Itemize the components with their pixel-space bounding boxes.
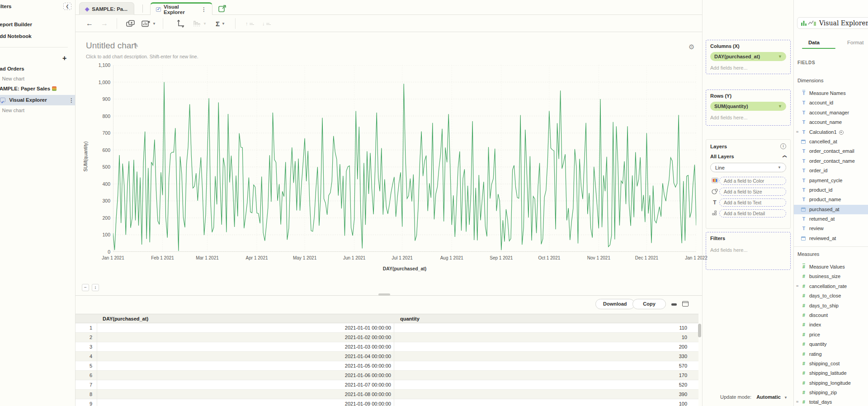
table-row[interactable]: 42021-01-04 00:00:00330 xyxy=(75,352,698,361)
collapse-sidebar-icon[interactable]: ❮ xyxy=(63,3,71,10)
chevron-down-icon[interactable]: ▼ xyxy=(784,396,788,400)
field-item-measure-names[interactable]: TMeasure Names xyxy=(794,89,868,98)
field-item-rating[interactable]: #rating xyxy=(794,349,868,359)
field-item-business-size[interactable]: #business_size xyxy=(794,272,868,281)
table-row[interactable]: 72021-01-07 00:00:00520 xyxy=(75,380,698,390)
back-button[interactable]: ← xyxy=(86,19,93,28)
edit-title-pencil-icon[interactable]: ✎ xyxy=(133,42,139,49)
col-header-quantity[interactable]: quantity xyxy=(400,316,420,321)
field-item-days-to-ship[interactable]: #days_to_ship xyxy=(794,301,868,311)
pan-vertical-icon[interactable]: ↕ xyxy=(92,284,99,291)
update-mode-select[interactable]: Automatic xyxy=(756,394,781,400)
histogram-icon[interactable]: ▼ xyxy=(193,19,207,28)
tab-visual-explorer[interactable]: Visual Explorer ⋮ xyxy=(150,2,212,15)
info-icon[interactable]: i xyxy=(780,143,786,149)
field-item-days-to-close[interactable]: #days_to_close xyxy=(794,291,868,301)
field-item-cancelled-at[interactable]: cancelled_at xyxy=(794,137,868,146)
table-row[interactable]: 82021-01-08 00:00:00390 xyxy=(75,390,698,399)
table-row[interactable]: 92021-01-09 00:00:00100 xyxy=(75,399,698,406)
field-item-shipping-zip[interactable]: #shipping_zip xyxy=(794,388,868,397)
remove-chart-icon[interactable]: ▼ xyxy=(142,19,156,28)
sidebar-item-new-chart-2[interactable]: +New chart xyxy=(0,108,75,113)
sidebar-item-bad-orders[interactable]: Bad Orders xyxy=(0,66,75,71)
field-item-account-manager[interactable]: Taccount_manager xyxy=(794,108,868,118)
download-button[interactable]: Download xyxy=(595,299,635,309)
columns-field-pill[interactable]: DAY(purchased_at) ▼ xyxy=(710,52,786,61)
scrollbar-thumb[interactable] xyxy=(698,324,701,337)
table-row[interactable]: 32021-01-03 00:00:00200 xyxy=(75,342,698,352)
field-item-calculation1[interactable]: =TCalculation1 xyxy=(794,127,868,137)
field-item-product-id[interactable]: Tproduct_id xyxy=(794,185,868,195)
chevron-down-icon[interactable]: ▼ xyxy=(778,54,782,59)
forward-button[interactable]: → xyxy=(101,19,108,28)
chevron-down-icon[interactable]: ▼ xyxy=(778,104,782,109)
table-row[interactable]: 62021-01-06 00:00:00170 xyxy=(75,371,698,380)
field-item-quantity[interactable]: #quantity xyxy=(794,340,868,349)
columns-shelf[interactable]: Columns (X) DAY(purchased_at) ▼ Add fiel… xyxy=(706,40,791,74)
sidebar-item-add-notebook[interactable]: Add Notebook xyxy=(0,33,75,39)
add-field-to-size[interactable]: Add a field to Size xyxy=(719,188,786,196)
field-item-shipping-longitude[interactable]: #shipping_longitude xyxy=(794,378,868,388)
field-item-purchased-at[interactable]: purchased_at xyxy=(794,205,868,214)
field-item-order-contact-name[interactable]: Torder_contact_name xyxy=(794,156,868,166)
field-item-review[interactable]: Treview xyxy=(794,224,868,233)
table-row[interactable]: 22021-01-02 00:00:0010 xyxy=(75,333,698,342)
field-item-shipping-cost[interactable]: #shipping_cost xyxy=(794,359,868,368)
sidebar-item-report-builder[interactable]: Report Builder xyxy=(0,22,75,27)
add-field-to-detail[interactable]: Add a field to Detail xyxy=(719,209,786,217)
sort-ascending-icon[interactable]: ↑ xyxy=(245,19,254,28)
mark-type-select[interactable]: Line ▼ xyxy=(710,163,786,172)
field-item-order-contact-email[interactable]: Torder_contact_email xyxy=(794,146,868,156)
share-chart-icon[interactable] xyxy=(218,4,228,13)
rows-field-pill[interactable]: SUM(quantity) ▼ xyxy=(710,102,786,111)
tab-format[interactable]: Format xyxy=(847,40,863,45)
field-item-index[interactable]: #index xyxy=(794,320,868,330)
table-row[interactable]: 52021-01-05 00:00:00570 xyxy=(75,361,698,371)
col-header-day[interactable]: DAY(purchased_at) xyxy=(103,316,148,321)
chart-title[interactable]: Untitled chart xyxy=(86,41,137,51)
swap-axes-icon[interactable] xyxy=(176,19,184,28)
table-scrollbar[interactable] xyxy=(698,324,701,405)
tab-sample-paper-sales[interactable]: ◈ SAMPLE: Pa... xyxy=(79,2,134,15)
add-field-to-color[interactable]: Add a field to Color xyxy=(719,177,786,185)
field-item-price[interactable]: #price xyxy=(794,330,868,340)
chart-description-placeholder[interactable]: Click to add chart description. Shift-en… xyxy=(86,54,198,59)
sidebar-item-sample-paper-sales[interactable]: SAMPLE: Paper Sales xyxy=(0,86,75,91)
add-field-to-text[interactable]: Add a field to Text xyxy=(719,198,786,207)
all-layers-toggle[interactable]: All Layers ❯ xyxy=(710,154,786,159)
filters-shelf[interactable]: Filters Add fields here... xyxy=(706,232,791,270)
chart-settings-gear-icon[interactable]: ⚙ xyxy=(689,43,694,51)
field-item-product-name[interactable]: Tproduct_name xyxy=(794,195,868,204)
add-fields-placeholder[interactable]: Add fields here... xyxy=(710,65,786,71)
expand-table-icon[interactable] xyxy=(682,301,689,307)
tab-menu-icon[interactable]: ⋮ xyxy=(201,6,207,13)
field-item-discount[interactable]: #discount xyxy=(794,311,868,320)
copy-button[interactable]: Copy xyxy=(632,299,666,309)
field-item-cancellation-rate[interactable]: =#cancellation_rate xyxy=(794,282,868,291)
field-item-shipping-latitude[interactable]: #shipping_latitude xyxy=(794,368,868,378)
field-item-account-id[interactable]: Taccount_id xyxy=(794,98,868,108)
rows-shelf[interactable]: Rows (Y) SUM(quantity) ▼ Add fields here… xyxy=(706,90,791,126)
field-item-total-days[interactable]: =#total_days xyxy=(794,397,868,406)
zoom-out-icon[interactable]: − xyxy=(82,284,89,291)
sidebar-item-new-chart-1[interactable]: +New chart xyxy=(0,76,75,81)
add-report-button[interactable]: + xyxy=(62,54,66,62)
add-fields-placeholder[interactable]: Add fields here... xyxy=(710,115,786,120)
sort-descending-icon[interactable]: ↓ xyxy=(262,19,271,28)
duplicate-chart-icon[interactable] xyxy=(126,19,135,28)
field-item-order-id[interactable]: Torder_id xyxy=(794,166,868,175)
line-chart-plot[interactable] xyxy=(113,65,696,252)
field-item-returned-at[interactable]: Treturned_at xyxy=(794,214,868,224)
field-item-account-name[interactable]: Taccount_name xyxy=(794,118,868,127)
field-item-measure-values[interactable]: #Measure Values xyxy=(794,262,868,272)
resize-grip[interactable] xyxy=(378,293,390,296)
aggregate-sigma-icon[interactable]: Σ▼ xyxy=(216,19,225,28)
sidebar-item-visual-explorer[interactable]: Visual Explorer ⋮ xyxy=(0,95,75,105)
table-row[interactable]: 12021-01-01 00:00:00110 xyxy=(75,323,698,333)
collapse-table-icon[interactable] xyxy=(671,303,677,306)
tab-data[interactable]: Data xyxy=(808,40,820,45)
field-item-reviewed-at[interactable]: reviewed_at xyxy=(794,234,868,243)
add-fields-placeholder[interactable]: Add fields here... xyxy=(710,247,786,253)
field-item-payment-cycle[interactable]: Tpayment_cycle xyxy=(794,176,868,185)
item-menu-icon[interactable]: ⋮ xyxy=(69,95,74,106)
